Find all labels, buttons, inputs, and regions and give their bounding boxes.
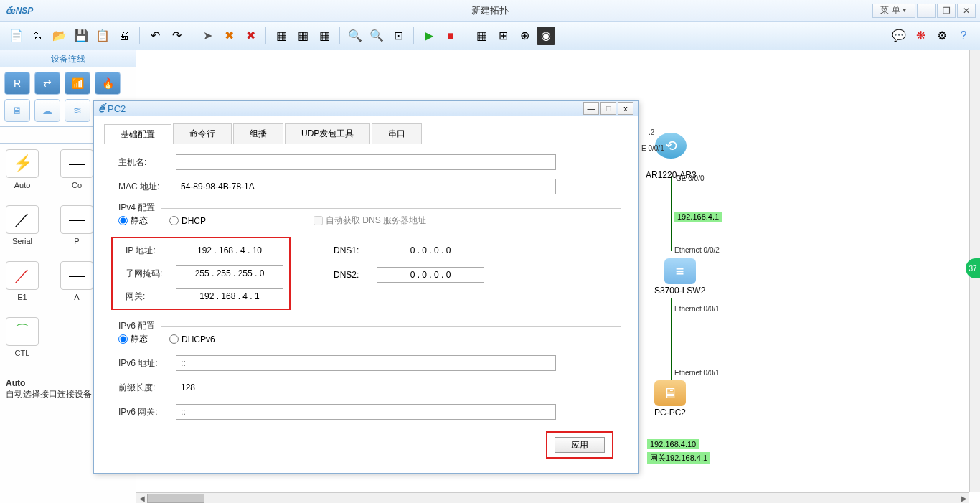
huawei-icon[interactable]: ❋: [911, 27, 930, 45]
ipv6-prefix-input[interactable]: [176, 380, 240, 395]
mac-input[interactable]: [176, 179, 556, 194]
ipv4-dhcp-radio[interactable]: DHCP: [169, 216, 206, 226]
redo-icon[interactable]: ↷: [167, 27, 186, 45]
dns1-input[interactable]: 0 . 0 . 0 . 0: [377, 243, 484, 258]
main-toolbar: 📄 🗂 📂 💾 📋 🖨 ↶ ↷ ➤ ✖ ✖ ▦ ▦ ▦ 🔍 🔍 ⊡ ▶ ■ ▦ …: [0, 22, 980, 50]
tab-multicast[interactable]: 组播: [233, 123, 283, 144]
mask-label: 子网掩码:: [118, 268, 176, 280]
refresh-icon[interactable]: ⊕: [515, 27, 534, 45]
ipv6-static-radio[interactable]: 静态: [118, 333, 148, 345]
ipv4-static-radio[interactable]: 静态: [118, 215, 148, 227]
close-button[interactable]: ✕: [957, 4, 976, 18]
info-title: Auto: [6, 378, 25, 388]
settings-icon[interactable]: ⚙: [933, 27, 951, 45]
info-text: 自动选择接口连接设备。: [6, 389, 100, 399]
pc-config-dialog: ế PC2 — □ x 基础配置 命令行 组播 UDP发包工具 串口 主机名: …: [93, 100, 639, 474]
wlan-icon[interactable]: 📶: [65, 72, 90, 95]
open-icon[interactable]: 📂: [50, 27, 69, 45]
mask-input[interactable]: 255 . 255 . 255 . 0: [176, 265, 283, 281]
pc-gw-label: 网关192.168.4.1: [647, 452, 710, 464]
zoom-out-icon[interactable]: 🔍: [367, 27, 386, 45]
zoom-fit-icon[interactable]: ⊡: [389, 27, 407, 45]
connection-icon[interactable]: ≋: [65, 99, 90, 122]
undo-icon[interactable]: ↶: [146, 27, 164, 45]
ipv6-ip-label: IPv6 地址:: [111, 357, 176, 370]
router-icon[interactable]: R: [4, 72, 30, 95]
titlebar: ếeNSP 新建拓扑 菜 单 ▼ — ❐ ✕: [0, 0, 980, 22]
link-router-switch: [671, 176, 672, 251]
conn-copper[interactable]: —Co: [60, 149, 93, 189]
ipv4-address-highlight: IP 地址: 192 . 168 . 4 . 10 子网掩码: 255 . 25…: [111, 237, 291, 310]
save-icon[interactable]: 💾: [72, 27, 90, 45]
conn-pos[interactable]: —P: [60, 205, 93, 245]
switch-name: S3700-LSW2: [654, 286, 705, 296]
link-switch-pc: [671, 298, 672, 391]
conn-serial[interactable]: ／Serial: [6, 205, 39, 245]
ipv4-fieldset: IPv4 配置 静态 DHCP 自动获取 DNS 服务器地址 IP 地址: 19…: [111, 203, 621, 316]
text-icon[interactable]: ▦: [293, 27, 312, 45]
gw-label: 网关:: [118, 291, 176, 303]
tab-cli[interactable]: 命令行: [173, 123, 232, 144]
dialog-titlebar[interactable]: ế PC2 — □ x: [94, 101, 638, 116]
ip-input[interactable]: 192 . 168 . 4 . 10: [176, 243, 283, 258]
mac-label: MAC 地址:: [111, 181, 176, 193]
pc-node[interactable]: 🖥 PC-PC2: [654, 380, 686, 418]
delete-all-icon[interactable]: ✖: [241, 27, 260, 45]
conn-auto[interactable]: ⚡Auto: [6, 149, 39, 189]
gw-input[interactable]: 192 . 168 . 4 . 1: [176, 288, 283, 304]
dialog-close-button[interactable]: x: [618, 102, 633, 115]
pc-ip-label: 192.168.4.10: [647, 439, 699, 449]
ipv6-dhcpv6-radio[interactable]: DHCPv6: [169, 334, 215, 344]
save-as-icon[interactable]: 📋: [93, 27, 112, 45]
new-project-icon[interactable]: 🗂: [29, 27, 47, 45]
dialog-maximize-button[interactable]: □: [600, 102, 616, 115]
screen-icon[interactable]: ◉: [537, 27, 555, 45]
cloud-icon[interactable]: ☁: [34, 99, 60, 122]
ipv6-ip-input[interactable]: [176, 355, 556, 371]
conn-ctl[interactable]: ⌒CTL: [6, 317, 39, 357]
conn-e1[interactable]: ／E1: [6, 261, 39, 301]
pointer-icon[interactable]: ➤: [198, 27, 217, 45]
dialog-title: PC2: [108, 103, 126, 114]
delete-icon[interactable]: ✖: [220, 27, 238, 45]
apply-highlight: 应用: [546, 431, 613, 459]
capture-icon[interactable]: ▦: [472, 27, 491, 45]
horizontal-scrollbar[interactable]: ◀ ▶: [136, 492, 969, 503]
start-icon[interactable]: ▶: [420, 27, 438, 45]
stop-icon[interactable]: ■: [441, 27, 460, 45]
tab-basic[interactable]: 基础配置: [104, 124, 171, 144]
chat-icon[interactable]: 💬: [890, 27, 908, 45]
firewall-icon[interactable]: 🔥: [95, 72, 121, 95]
minimize-button[interactable]: —: [917, 4, 936, 18]
apply-button[interactable]: 应用: [555, 437, 605, 453]
palette-icon[interactable]: ▦: [315, 27, 334, 45]
ipv6-gw-label: IPv6 网关:: [111, 406, 176, 418]
hostname-input[interactable]: [176, 154, 556, 170]
notification-badge[interactable]: 37: [966, 258, 980, 278]
pc-name: PC-PC2: [654, 408, 686, 418]
zoom-in-icon[interactable]: 🔍: [346, 27, 364, 45]
ipv6-gw-input[interactable]: [176, 404, 556, 420]
menu-button[interactable]: 菜 单 ▼: [872, 4, 915, 18]
link-icon[interactable]: ⊞: [494, 27, 512, 45]
ipv4-autodns-check[interactable]: 自动获取 DNS 服务器地址: [314, 215, 426, 227]
switch-icon: ≡: [664, 258, 696, 284]
tab-udp[interactable]: UDP发包工具: [285, 123, 370, 144]
dns2-input[interactable]: 0 . 0 . 0 . 0: [377, 267, 484, 283]
tab-serial[interactable]: 串口: [372, 123, 422, 144]
new-icon[interactable]: 📄: [7, 27, 26, 45]
pc-icon[interactable]: 🖥: [4, 99, 30, 122]
switch-node[interactable]: ≡ S3700-LSW2: [654, 258, 705, 296]
document-title: 新建拓扑: [471, 4, 509, 17]
conn-atm[interactable]: —A: [60, 261, 93, 301]
switch-icon[interactable]: ⇄: [34, 72, 60, 95]
print-icon[interactable]: 🖨: [115, 27, 133, 45]
help-icon[interactable]: ?: [954, 27, 973, 45]
maximize-button[interactable]: ❐: [937, 4, 956, 18]
window-controls: 菜 单 ▼ — ❐ ✕: [872, 4, 976, 18]
marker-icon[interactable]: ▦: [272, 27, 291, 45]
dialog-minimize-button[interactable]: —: [583, 102, 599, 115]
dialog-icon: ế: [98, 103, 105, 114]
router-node[interactable]: .2 ⟲ E 0/0/1 AR1220-AR3 GE 0/0/0: [646, 133, 697, 180]
app-logo: ếeNSP: [6, 6, 33, 16]
